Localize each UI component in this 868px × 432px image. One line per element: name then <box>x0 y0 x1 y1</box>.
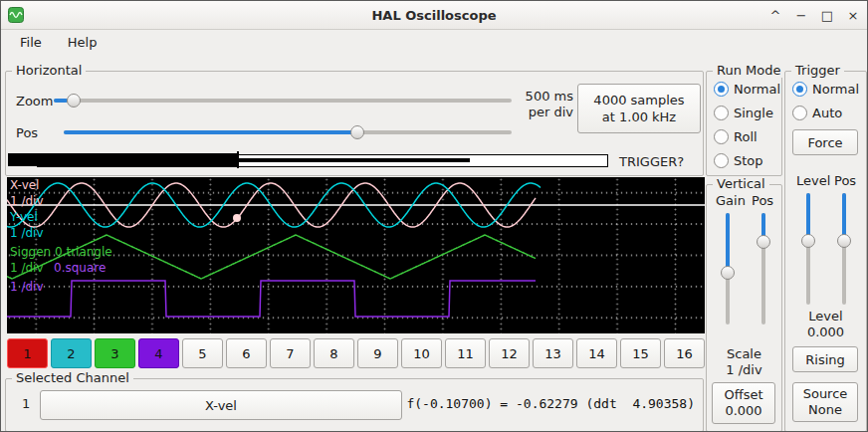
radio-icon[interactable] <box>714 106 729 120</box>
channel-button-12[interactable]: 12 <box>489 338 530 368</box>
radio-label: Single <box>734 106 773 120</box>
selected-channel-number: 1 <box>22 396 30 411</box>
trigger-pos-slider-handle[interactable] <box>837 234 851 248</box>
trigger-level-slider-fill <box>806 193 810 240</box>
gain-slider-fill <box>726 213 730 273</box>
channel-button-10[interactable]: 10 <box>401 338 442 368</box>
timebase-value: 500 ms <box>512 89 573 105</box>
waveform-square <box>7 281 536 317</box>
channel-button-7[interactable]: 7 <box>270 338 311 368</box>
radio-icon[interactable] <box>714 153 729 168</box>
menu-file[interactable]: File <box>11 32 51 53</box>
zoom-slider[interactable] <box>54 93 512 108</box>
trigger-pos-column-label: Pos <box>834 173 856 188</box>
trigger-level-slider[interactable] <box>800 193 816 305</box>
gain-slider[interactable] <box>720 213 736 324</box>
timebase-readout: 500 ms per div <box>512 89 573 120</box>
horizontal-pos-slider[interactable] <box>64 124 512 140</box>
gain-slider-handle[interactable] <box>721 266 735 280</box>
timeline-trigger-cursor[interactable] <box>237 151 239 168</box>
radio-icon[interactable] <box>714 82 729 97</box>
trigger-level-slider-handle[interactable] <box>801 234 815 248</box>
window-title: HAL Oscilloscope <box>1 8 867 23</box>
run-mode-option-normal[interactable]: Normal <box>714 82 781 97</box>
zoom-label: Zoom <box>16 94 53 108</box>
selected-channel-group-label: Selected Channel <box>12 370 133 385</box>
run-mode-option-stop[interactable]: Stop <box>714 153 781 168</box>
scope-channel-label: 1 /div <box>10 261 44 275</box>
scope-channel-label: Siggen 0.triangle <box>10 245 112 259</box>
slope-button[interactable]: Rising <box>792 346 858 372</box>
trigger-source-button[interactable]: Source None <box>792 382 858 422</box>
scope-display[interactable]: X-vel1 /divY-vel1 /divSiggen 0.triangle1… <box>7 177 705 333</box>
channel-button-11[interactable]: 11 <box>445 338 486 368</box>
scope-channel-label: 1 /div <box>10 280 44 294</box>
channel-button-16[interactable]: 16 <box>664 338 705 368</box>
zoom-slider-groove <box>54 99 512 103</box>
radio-icon[interactable] <box>792 106 807 120</box>
trigger-hint-label: TRIGGER? <box>619 154 684 169</box>
capture-timeline[interactable] <box>8 151 611 169</box>
radio-label: Normal <box>812 82 859 97</box>
maximize-icon[interactable]: □ <box>819 8 835 23</box>
close-icon[interactable]: × <box>845 8 861 23</box>
scope-channel-label: 1 /div <box>10 226 44 240</box>
radio-label: Stop <box>734 153 763 168</box>
menu-help[interactable]: Help <box>59 32 107 53</box>
offset-value: 0.000 <box>725 403 761 419</box>
pos-slider-fill <box>64 130 359 134</box>
samples-line1: 4000 samples <box>593 92 684 108</box>
horizontal-group-label: Horizontal <box>12 63 86 78</box>
timeline-filled-region <box>8 153 239 166</box>
force-button[interactable]: Force <box>792 129 858 155</box>
menubar: File Help <box>1 29 867 55</box>
channel-button-3[interactable]: 3 <box>95 338 135 368</box>
samples-button[interactable]: 4000 samples at 1.00 kHz <box>577 84 701 133</box>
titlebar: HAL Oscilloscope ^ − □ × <box>1 1 867 30</box>
channel-button-5[interactable]: 5 <box>182 338 223 368</box>
scope-channel-label: 0.square <box>54 261 106 275</box>
vertical-pos-slider[interactable] <box>756 213 771 324</box>
pos-slider-handle[interactable] <box>350 125 364 139</box>
channel-button-1[interactable]: 1 <box>7 338 48 368</box>
trigger-option-normal[interactable]: Normal <box>792 82 866 97</box>
trigger-source-value: None <box>808 402 842 418</box>
vertical-pos-slider-handle[interactable] <box>757 235 770 249</box>
trigger-pos-slider[interactable] <box>836 193 852 305</box>
offset-button[interactable]: Offset 0.000 <box>712 382 775 424</box>
app-window: HAL Oscilloscope ^ − □ × File Help Horiz… <box>0 0 868 432</box>
trigger-level-readout-value: 0.000 <box>785 324 866 339</box>
channel-button-6[interactable]: 6 <box>226 338 267 368</box>
shade-icon[interactable]: ^ <box>767 8 783 23</box>
channel-button-15[interactable]: 15 <box>620 338 661 368</box>
channel-button-13[interactable]: 13 <box>533 338 573 368</box>
window-controls: ^ − □ × <box>767 1 861 29</box>
scope-channel-label: X-vel <box>10 178 39 192</box>
vertical-group-label: Vertical <box>713 176 769 191</box>
run-mode-option-single[interactable]: Single <box>714 106 781 120</box>
minimize-icon[interactable]: − <box>793 8 809 23</box>
channel-button-2[interactable]: 2 <box>51 338 92 368</box>
radio-icon[interactable] <box>714 129 729 144</box>
trigger-option-auto[interactable]: Auto <box>792 106 866 120</box>
channel-button-9[interactable]: 9 <box>357 338 398 368</box>
selected-channel-group: Selected Channel 1 X-vel f(-0.10700) = -… <box>5 378 704 432</box>
function-readout: f(-0.10700) = -0.62279 (ddt 4.90358) <box>406 396 695 411</box>
zoom-slider-handle[interactable] <box>67 94 81 108</box>
run-mode-option-roll[interactable]: Roll <box>714 129 781 144</box>
gain-column-label: Gain <box>716 193 746 208</box>
trigger-level-column-label: Level <box>796 173 830 188</box>
channel-button-4[interactable]: 4 <box>138 338 179 368</box>
channel-button-14[interactable]: 14 <box>576 338 617 368</box>
scale-value: 1 /div <box>707 362 781 377</box>
channel-name-button[interactable]: X-vel <box>40 390 402 420</box>
scope-channel-label: 1 /div <box>10 194 44 208</box>
vertical-pos-column-label: Pos <box>752 193 773 208</box>
scope-channel-label: Y-vel <box>10 210 38 224</box>
horizontal-pos-label: Pos <box>16 125 38 140</box>
trigger-point-dot <box>233 214 241 222</box>
channel-button-8[interactable]: 8 <box>314 338 354 368</box>
run-mode-group: Run Mode NormalSingleRollStop <box>706 71 782 176</box>
radio-icon[interactable] <box>792 82 807 97</box>
offset-label: Offset <box>724 387 762 403</box>
